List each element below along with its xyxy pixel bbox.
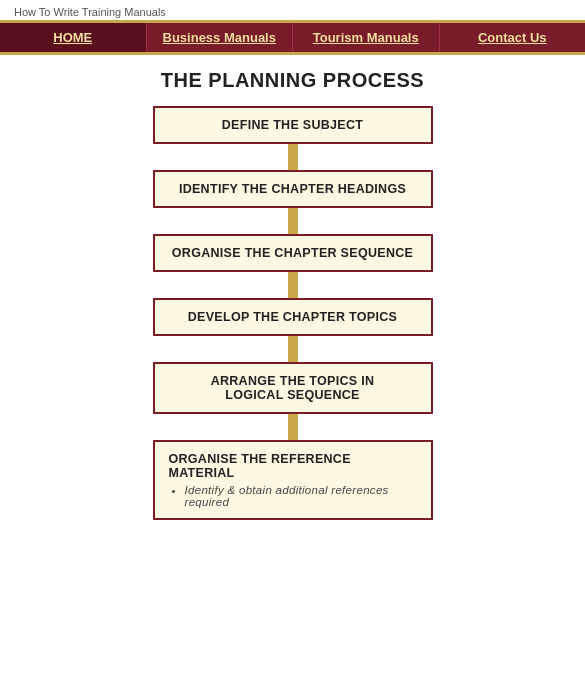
page-title: THE PLANNING PROCESS <box>161 69 424 92</box>
flow-box-5: ARRANGE THE TOPICS INLOGICAL SEQUENCE <box>153 362 433 414</box>
bullet-item-1: Identify & obtain additional references … <box>185 484 417 508</box>
flow-box-6-bullets: Identify & obtain additional references … <box>169 484 417 508</box>
main-content: THE PLANNING PROCESS DEFINE THE SUBJECT … <box>0 55 585 700</box>
flow-box-6: ORGANISE THE REFERENCE MATERIAL Identify… <box>153 440 433 520</box>
site-title: How To Write Training Manuals <box>14 6 166 18</box>
flow-box-3: ORGANISE THE CHAPTER SEQUENCE <box>153 234 433 272</box>
connector-3 <box>288 272 298 298</box>
top-bar: How To Write Training Manuals <box>0 0 585 20</box>
nav-item-home[interactable]: HOME <box>0 23 147 52</box>
flow-box-4: DEVELOP THE CHAPTER TOPICS <box>153 298 433 336</box>
page: How To Write Training Manuals HOME Busin… <box>0 0 585 700</box>
connector-2 <box>288 208 298 234</box>
nav-item-contact[interactable]: Contact Us <box>440 23 586 52</box>
flowchart: DEFINE THE SUBJECT IDENTIFY THE CHAPTER … <box>30 106 555 520</box>
connector-5 <box>288 414 298 440</box>
connector-1 <box>288 144 298 170</box>
navigation-bar: HOME Business Manuals Tourism Manuals Co… <box>0 20 585 55</box>
flow-box-2: IDENTIFY THE CHAPTER HEADINGS <box>153 170 433 208</box>
flow-box-1: DEFINE THE SUBJECT <box>153 106 433 144</box>
connector-4 <box>288 336 298 362</box>
flow-box-6-title: ORGANISE THE REFERENCE MATERIAL <box>169 452 417 480</box>
nav-item-business[interactable]: Business Manuals <box>147 23 294 52</box>
nav-item-tourism[interactable]: Tourism Manuals <box>293 23 440 52</box>
flow-box-5-text: ARRANGE THE TOPICS INLOGICAL SEQUENCE <box>211 374 375 402</box>
